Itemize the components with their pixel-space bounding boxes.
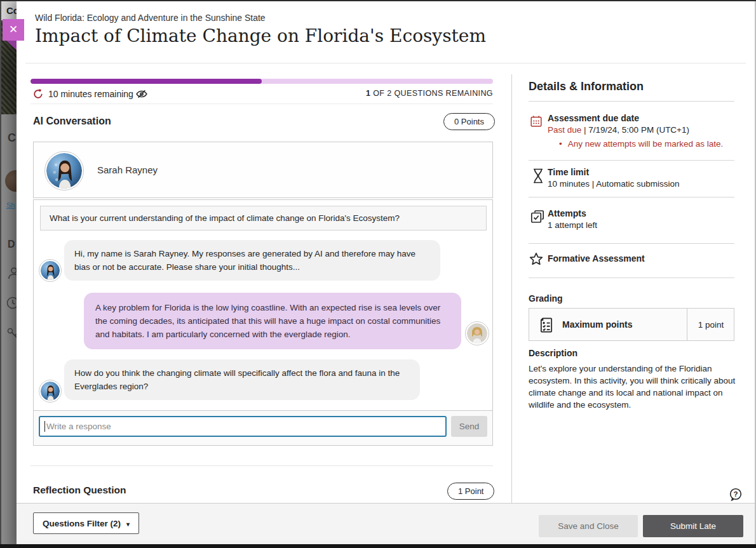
header-divider <box>25 63 746 63</box>
timer-row-divider <box>30 104 493 104</box>
agent-avatar <box>44 151 84 190</box>
questions-filter-button[interactable]: Questions Filter (2)▾ <box>33 512 139 534</box>
agent-name: Sarah Rayney <box>97 164 158 175</box>
late-warning: Any new attempts will be marked as late. <box>559 139 723 149</box>
checklist-icon <box>537 316 555 334</box>
section-divider <box>30 465 493 466</box>
sidebar-divider <box>511 74 512 503</box>
due-date-value: Past due | 7/19/24, 5:00 PM (UTC+1) <box>548 125 689 135</box>
timer-icon <box>32 88 44 100</box>
ai-conversation-heading: AI Conversation <box>33 116 111 127</box>
questions-filter-label: Questions Filter (2) <box>43 519 121 528</box>
time-limit-title: Time limit <box>548 167 589 177</box>
sidebar-rule <box>529 101 734 102</box>
due-separator: | <box>581 125 588 135</box>
ai-message-avatar-2 <box>39 380 62 403</box>
questions-remaining-rest: OF 2 QUESTIONS REMAINING <box>370 89 493 98</box>
formative-assessment-label: Formative Assessment <box>548 253 645 264</box>
attempts-title: Attempts <box>548 208 586 218</box>
description-text: Let's explore your understanding of the … <box>529 363 737 411</box>
page-title: Impact of Climate Change on Florida's Ec… <box>35 25 486 46</box>
user-message-avatar <box>465 321 489 345</box>
close-button-fold <box>6 41 17 50</box>
maximum-points-label: Maximum points <box>562 319 632 330</box>
help-icon[interactable]: ? <box>728 487 743 502</box>
chat-message-ai-2: How do you think the changing climate wi… <box>64 359 420 400</box>
svg-text:?: ? <box>733 490 738 498</box>
window-bottom-edge <box>0 544 756 548</box>
assessment-question-text: What is your current understanding of th… <box>40 206 487 231</box>
attempts-icon <box>530 209 545 224</box>
calendar-icon <box>529 114 543 128</box>
response-input[interactable] <box>39 416 447 437</box>
grading-heading: Grading <box>529 293 563 304</box>
sidebar-rule <box>529 277 734 278</box>
chat-message-ai-1: Hi, my name is Sarah Rayney. My response… <box>64 240 440 281</box>
questions-remaining: 1 OF 2 QUESTIONS REMAINING <box>366 89 493 98</box>
chat-message-user: A key problem for Florida is the low lyi… <box>84 293 461 349</box>
maximum-points-value: 1 point <box>687 320 735 330</box>
reflection-question-heading: Reflection Question <box>33 485 126 496</box>
star-icon <box>529 251 544 267</box>
save-and-close-button[interactable]: Save and Close <box>539 515 638 537</box>
chat-input-bar: Send <box>34 410 492 445</box>
text-caret <box>44 421 45 432</box>
past-due-status: Past due <box>548 125 581 135</box>
details-heading: Details & Information <box>529 80 644 93</box>
attempts-value: 1 attempt left <box>548 220 597 230</box>
conversation-points-pill[interactable]: 0 Points <box>443 113 495 130</box>
time-remaining-label: 10 minutes remaining <box>48 89 133 99</box>
sidebar-rule <box>529 243 734 244</box>
agent-avatar-image <box>46 153 82 189</box>
progress-bar <box>30 79 493 84</box>
ai-message-avatar <box>39 259 62 282</box>
due-date-text: 7/19/24, 5:00 PM (UTC+1) <box>588 125 689 135</box>
footer-bar: Questions Filter (2)▾ Save and Close Sub… <box>17 503 756 544</box>
send-button[interactable]: Send <box>451 416 487 437</box>
progress-fill <box>30 79 262 84</box>
time-limit-value: 10 minutes | Automatic submission <box>548 179 680 189</box>
breadcrumb: Wild Florida: Ecology and Adventure in t… <box>35 13 266 23</box>
chevron-down-icon: ▾ <box>126 521 130 528</box>
reflection-points-pill[interactable]: 1 Point <box>447 483 494 500</box>
sidebar-rule <box>529 197 734 197</box>
submit-late-button[interactable]: Submit Late <box>643 515 743 537</box>
maximum-points-row: Maximum points 1 point <box>529 308 734 341</box>
due-date-title: Assessment due date <box>548 113 639 123</box>
hourglass-icon <box>530 168 546 184</box>
close-icon[interactable]: ✕ <box>3 19 24 41</box>
chat-conversation-area: What is your current understanding of th… <box>33 199 493 446</box>
hide-timer-eye-slash-icon[interactable] <box>135 88 148 100</box>
sidebar-rule <box>529 160 734 161</box>
assessment-overlay-page: Co C Sh D ✕ Wild Florida: Ecology and Ad… <box>0 0 756 548</box>
description-heading: Description <box>529 348 577 358</box>
